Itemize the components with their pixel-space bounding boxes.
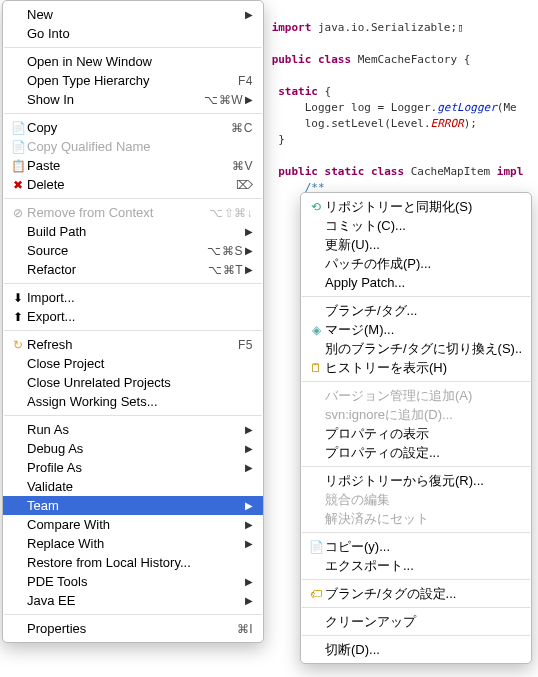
submenu-add-vc: バージョン管理に追加(A) bbox=[301, 386, 531, 405]
menu-properties[interactable]: Properties ⌘I bbox=[3, 619, 263, 638]
merge-icon: ◈ bbox=[307, 322, 325, 338]
menu-open-new-window[interactable]: Open in New Window bbox=[3, 52, 263, 71]
submenu-branch-tag[interactable]: ブランチ/タグ... bbox=[301, 301, 531, 320]
menu-close-project[interactable]: Close Project bbox=[3, 354, 263, 373]
menu-source[interactable]: Source ⌥⌘S ▶ bbox=[3, 241, 263, 260]
submenu-edit-conflict: 競合の編集 bbox=[301, 490, 531, 509]
context-menu: New ▶ Go Into Open in New Window Open Ty… bbox=[2, 0, 264, 643]
export-icon: ⬆ bbox=[9, 309, 27, 325]
blank-icon bbox=[9, 7, 27, 23]
menu-replace-with[interactable]: Replace With▶ bbox=[3, 534, 263, 553]
menu-copy-qualified: 📄 Copy Qualified Name bbox=[3, 137, 263, 156]
submenu-create-patch[interactable]: パッチの作成(P)... bbox=[301, 254, 531, 273]
separator bbox=[4, 113, 262, 114]
menu-team[interactable]: Team▶ bbox=[3, 496, 263, 515]
sync-icon: ⟲ bbox=[307, 199, 325, 215]
import-icon: ⬇ bbox=[9, 290, 27, 306]
menu-import[interactable]: ⬇ Import... bbox=[3, 288, 263, 307]
copy-icon: 📄 bbox=[9, 139, 27, 155]
menu-delete[interactable]: ✖ Delete ⌦ bbox=[3, 175, 263, 194]
separator bbox=[4, 330, 262, 331]
tag-icon: 🏷 bbox=[307, 586, 325, 602]
menu-remove-context: ⊘ Remove from Context ⌥⇧⌘↓ bbox=[3, 203, 263, 222]
submenu-sync[interactable]: ⟲ リポジトリーと同期化(S) bbox=[301, 197, 531, 216]
submenu-prop-show[interactable]: プロパティの表示 bbox=[301, 424, 531, 443]
menu-compare-with[interactable]: Compare With▶ bbox=[3, 515, 263, 534]
menu-new[interactable]: New ▶ bbox=[3, 5, 263, 24]
separator bbox=[4, 415, 262, 416]
submenu-arrow-icon: ▶ bbox=[243, 9, 253, 20]
submenu-prop-set[interactable]: プロパティの設定... bbox=[301, 443, 531, 462]
submenu-disconnect[interactable]: 切断(D)... bbox=[301, 640, 531, 659]
menu-pde-tools[interactable]: PDE Tools▶ bbox=[3, 572, 263, 591]
separator bbox=[302, 579, 530, 580]
menu-export[interactable]: ⬆ Export... bbox=[3, 307, 263, 326]
menu-profile-as[interactable]: Profile As▶ bbox=[3, 458, 263, 477]
separator bbox=[302, 466, 530, 467]
delete-icon: ✖ bbox=[9, 177, 27, 193]
menu-open-type-hierarchy[interactable]: Open Type Hierarchy F4 bbox=[3, 71, 263, 90]
submenu-commit[interactable]: コミット(C)... bbox=[301, 216, 531, 235]
submenu-copy-y[interactable]: 📄 コピー(y)... bbox=[301, 537, 531, 556]
history-icon: 🗒 bbox=[307, 360, 325, 376]
menu-run-as[interactable]: Run As▶ bbox=[3, 420, 263, 439]
submenu-resolved: 解決済みにセット bbox=[301, 509, 531, 528]
submenu-switch[interactable]: 別のブランチ/タグに切り換え(S)... bbox=[301, 339, 531, 358]
paste-icon: 📋 bbox=[9, 158, 27, 174]
menu-build-path[interactable]: Build Path ▶ bbox=[3, 222, 263, 241]
menu-restore-local[interactable]: Restore from Local History... bbox=[3, 553, 263, 572]
refresh-icon: ↻ bbox=[9, 337, 27, 353]
submenu-export[interactable]: エクスポート... bbox=[301, 556, 531, 575]
submenu-merge[interactable]: ◈ マージ(M)... bbox=[301, 320, 531, 339]
label: New bbox=[27, 7, 243, 22]
submenu-cleanup[interactable]: クリーンアップ bbox=[301, 612, 531, 631]
submenu-branch-tag-set[interactable]: 🏷 ブランチ/タグの設定... bbox=[301, 584, 531, 603]
menu-go-into[interactable]: Go Into bbox=[3, 24, 263, 43]
menu-show-in[interactable]: Show In ⌥⌘W ▶ bbox=[3, 90, 263, 109]
menu-close-unrelated[interactable]: Close Unrelated Projects bbox=[3, 373, 263, 392]
separator bbox=[4, 283, 262, 284]
submenu-update[interactable]: 更新(U)... bbox=[301, 235, 531, 254]
separator bbox=[4, 47, 262, 48]
menu-assign-ws[interactable]: Assign Working Sets... bbox=[3, 392, 263, 411]
menu-refactor[interactable]: Refactor ⌥⌘T ▶ bbox=[3, 260, 263, 279]
separator bbox=[302, 607, 530, 608]
submenu-svn-ignore: svn:ignoreに追加(D)... bbox=[301, 405, 531, 424]
menu-copy[interactable]: 📄 Copy ⌘C bbox=[3, 118, 263, 137]
submenu-apply-patch[interactable]: Apply Patch... bbox=[301, 273, 531, 292]
separator bbox=[302, 296, 530, 297]
menu-debug-as[interactable]: Debug As▶ bbox=[3, 439, 263, 458]
menu-paste[interactable]: 📋 Paste ⌘V bbox=[3, 156, 263, 175]
team-submenu: ⟲ リポジトリーと同期化(S) コミット(C)... 更新(U)... パッチの… bbox=[300, 192, 532, 664]
submenu-history[interactable]: 🗒 ヒストリーを表示(H) bbox=[301, 358, 531, 377]
separator bbox=[4, 614, 262, 615]
separator bbox=[4, 198, 262, 199]
separator bbox=[302, 635, 530, 636]
copy-icon: 📄 bbox=[9, 120, 27, 136]
menu-refresh[interactable]: ↻ Refresh F5 bbox=[3, 335, 263, 354]
separator bbox=[302, 532, 530, 533]
menu-java-ee[interactable]: Java EE▶ bbox=[3, 591, 263, 610]
shortcut: F4 bbox=[238, 74, 253, 88]
copy-icon: 📄 bbox=[307, 539, 325, 555]
menu-validate[interactable]: Validate bbox=[3, 477, 263, 496]
submenu-revert[interactable]: リポジトリーから復元(R)... bbox=[301, 471, 531, 490]
separator bbox=[302, 381, 530, 382]
remove-icon: ⊘ bbox=[9, 205, 27, 221]
